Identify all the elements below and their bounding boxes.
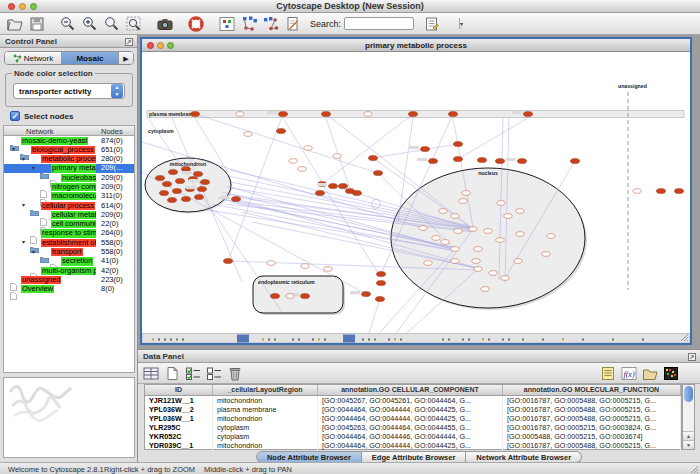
delete-attribute-icon[interactable] xyxy=(227,366,243,381)
graph-node-orange[interactable] xyxy=(674,188,683,193)
graph-node-white[interactable] xyxy=(244,132,252,137)
graph-node-white[interactable] xyxy=(547,234,555,239)
tree-item[interactable]: Overview8(0) xyxy=(4,285,134,294)
graph-node-orange[interactable] xyxy=(453,141,462,146)
graph-node-orange[interactable] xyxy=(321,111,330,116)
matrix-view-icon[interactable] xyxy=(663,366,679,381)
select-attributes-icon[interactable] xyxy=(185,366,201,381)
table-row[interactable]: YPL036W__1mitochondrion[GO:0044464, GO:0… xyxy=(145,414,681,423)
tree-item[interactable]: mosaic-demo-yeast874(0) xyxy=(4,136,134,145)
graph-node-white[interactable] xyxy=(501,276,509,281)
search-input[interactable] xyxy=(345,18,459,29)
graph-node-white[interactable] xyxy=(432,236,440,241)
graph-node-orange[interactable] xyxy=(517,158,526,163)
tree-item[interactable]: ▾primary metabo209(... xyxy=(4,164,134,173)
graph-node-white[interactable] xyxy=(451,259,459,264)
graph-node-orange[interactable] xyxy=(656,188,665,193)
graph-node-orange[interactable] xyxy=(328,183,337,188)
graph-node-white[interactable] xyxy=(441,240,449,245)
graph-node-white[interactable] xyxy=(459,199,467,204)
graph-node-orange[interactable] xyxy=(338,183,347,188)
graph-node-orange[interactable] xyxy=(190,111,199,116)
vizmapper-icon[interactable] xyxy=(218,15,236,33)
graph-node-white[interactable] xyxy=(298,167,306,172)
select-nodes-checkbox[interactable]: ✓ xyxy=(10,111,20,121)
graph-node-orange[interactable] xyxy=(175,178,184,183)
tree-item[interactable]: ▾cellular process614(0) xyxy=(4,201,134,210)
table-column-header[interactable]: ID xyxy=(145,385,213,395)
graph-node-orange[interactable] xyxy=(159,190,168,195)
graph-node-orange[interactable] xyxy=(361,291,370,296)
graph-node-orange[interactable] xyxy=(453,156,462,161)
graph-node-orange[interactable] xyxy=(300,293,309,298)
minimize-window-button[interactable] xyxy=(19,3,26,10)
tree-expand-icon[interactable]: ▾ xyxy=(22,238,25,247)
graph-node-white[interactable] xyxy=(474,267,482,272)
graph-node-white[interactable] xyxy=(516,232,524,237)
scrollbar-thumb[interactable] xyxy=(684,386,693,402)
graph-node-white[interactable] xyxy=(324,267,332,272)
graph-node-orange[interactable] xyxy=(155,175,164,180)
graph-node-orange[interactable] xyxy=(428,158,437,163)
close-window-button[interactable] xyxy=(8,3,15,10)
search-config-icon[interactable] xyxy=(423,15,441,33)
graph-node-orange[interactable] xyxy=(181,166,190,171)
table-column-header[interactable]: annotation.GO MOLECULAR_FUNCTION xyxy=(503,385,681,395)
graph-node-orange[interactable] xyxy=(270,293,279,298)
tree-item[interactable]: macromolecule311(0) xyxy=(4,192,134,201)
graph-node-white[interactable] xyxy=(542,252,550,257)
graph-node-white[interactable] xyxy=(472,259,480,264)
tree-expand-icon[interactable]: ▾ xyxy=(32,248,35,257)
scroll-down-button[interactable]: ▼ xyxy=(683,440,694,449)
tree-item[interactable]: unassigned223(0) xyxy=(4,275,134,284)
graph-node-white[interactable] xyxy=(481,287,489,292)
graph-node-white[interactable] xyxy=(301,264,309,269)
graph-node-orange[interactable] xyxy=(477,157,486,162)
zoom-window-button[interactable] xyxy=(30,3,37,10)
graph-node-orange[interactable] xyxy=(448,111,457,116)
table-column-header[interactable]: _cellularLayoutRegion xyxy=(213,385,318,395)
snapshot-camera-icon[interactable] xyxy=(156,15,174,33)
graph-node-white[interactable] xyxy=(424,261,432,266)
graph-node-white[interactable] xyxy=(504,214,512,219)
tree-item[interactable]: secretion41(0) xyxy=(4,257,134,266)
graph-node-orange[interactable] xyxy=(181,196,190,201)
float-panel-icon[interactable]: ↗ xyxy=(125,38,133,46)
graph-node-orange[interactable] xyxy=(167,197,176,202)
import-attributes-icon[interactable] xyxy=(642,366,658,381)
graph-node-orange[interactable] xyxy=(420,146,429,151)
graph-node-white[interactable] xyxy=(304,146,312,151)
network-window-titlebar[interactable]: primary metabolic process xyxy=(142,39,690,52)
zoom-selected-icon[interactable] xyxy=(125,15,143,33)
graph-node-white[interactable] xyxy=(451,247,459,252)
graph-node-white[interactable] xyxy=(474,247,482,252)
table-vertical-scrollbar[interactable]: ▲ ▼ xyxy=(682,384,695,450)
graph-node-orange[interactable] xyxy=(570,158,579,163)
graph-node-orange[interactable] xyxy=(495,158,504,163)
graph-node-orange[interactable] xyxy=(375,296,384,301)
node-color-dropdown[interactable]: transporter activity ▲▼ xyxy=(13,83,125,99)
graph-node-white[interactable] xyxy=(451,214,459,219)
graph-node-orange[interactable] xyxy=(168,169,177,174)
help-lifesaver-icon[interactable] xyxy=(187,15,205,33)
graph-node-white[interactable] xyxy=(489,271,497,276)
graph-node-white[interactable] xyxy=(496,238,504,243)
tab-overflow-arrow[interactable]: ▶ xyxy=(119,52,133,64)
graph-node-orange[interactable] xyxy=(231,196,240,201)
table-column-header[interactable]: annotation.GO CELLULAR_COMPONENT xyxy=(318,385,503,395)
graph-node-orange[interactable] xyxy=(197,186,206,191)
unselect-attributes-icon[interactable] xyxy=(206,366,222,381)
graph-node-orange[interactable] xyxy=(523,111,532,116)
net-close-button[interactable] xyxy=(147,42,154,49)
graph-node-orange[interactable] xyxy=(368,155,377,160)
table-mode-icon[interactable] xyxy=(143,366,159,381)
layout-nodes-icon[interactable] xyxy=(240,15,258,33)
network-canvas[interactable]: plasma membrane cytoplasm mitochondrion … xyxy=(142,52,690,343)
graph-node-orange[interactable] xyxy=(200,179,209,184)
window-resize-grip[interactable] xyxy=(689,464,699,474)
zoom-whole-network-icon[interactable] xyxy=(103,15,121,33)
scroll-up-button[interactable]: ▲ xyxy=(683,431,694,440)
graph-node-white[interactable] xyxy=(454,229,462,234)
table-row[interactable]: YJR121W__1mitochondrion[GO:0045267, GO:0… xyxy=(145,396,681,405)
graph-node-white[interactable] xyxy=(497,201,505,206)
